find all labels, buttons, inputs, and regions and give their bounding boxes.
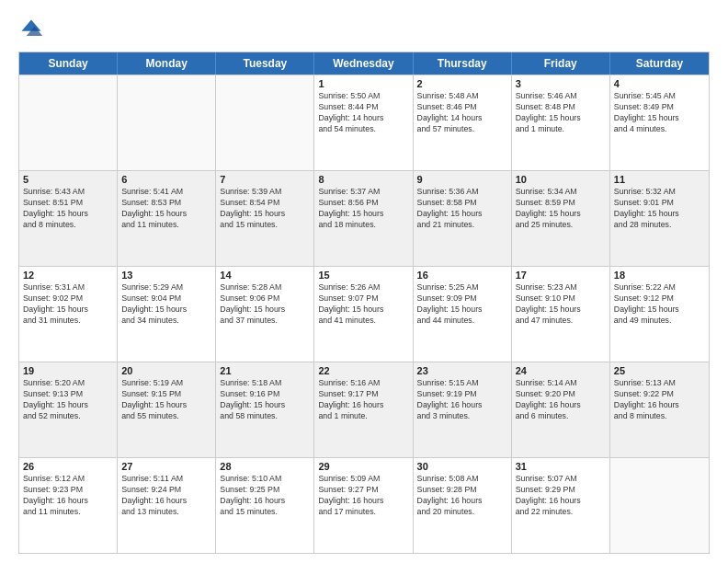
cell-line: and 6 minutes. [516, 411, 606, 422]
calendar-cell: 23Sunrise: 5:15 AMSunset: 9:19 PMDayligh… [414, 362, 512, 457]
cell-line: and 1 minute. [318, 411, 408, 422]
cell-line: and 28 minutes. [614, 220, 705, 231]
calendar-cell: 25Sunrise: 5:13 AMSunset: 9:22 PMDayligh… [610, 362, 709, 457]
cell-line: Daylight: 16 hours [417, 496, 507, 507]
day-number: 10 [516, 174, 606, 185]
day-number: 19 [23, 365, 113, 376]
day-number: 16 [417, 270, 507, 281]
calendar-cell: 10Sunrise: 5:34 AMSunset: 8:59 PMDayligh… [512, 171, 610, 266]
day-number: 27 [121, 461, 211, 472]
cell-line: Daylight: 15 hours [121, 209, 211, 220]
cell-line: Sunset: 8:44 PM [318, 102, 408, 113]
cell-line: Daylight: 15 hours [23, 209, 113, 220]
cell-line: Sunrise: 5:12 AM [23, 474, 113, 485]
day-number: 28 [220, 461, 310, 472]
cell-line: Sunrise: 5:28 AM [220, 282, 310, 293]
cell-line: and 47 minutes. [516, 316, 606, 327]
cell-line: Daylight: 15 hours [614, 209, 705, 220]
cell-line: Sunrise: 5:41 AM [121, 187, 211, 198]
cell-line: Sunrise: 5:43 AM [23, 187, 113, 198]
day-number: 3 [516, 78, 606, 89]
cell-line: Sunset: 9:07 PM [318, 293, 408, 304]
cell-line: and 15 minutes. [220, 507, 310, 518]
cell-line: Sunset: 9:16 PM [220, 389, 310, 400]
cell-line: Daylight: 16 hours [318, 496, 408, 507]
cell-line: Sunset: 8:58 PM [417, 198, 507, 209]
cell-line: Sunrise: 5:50 AM [318, 91, 408, 102]
cell-line: Sunset: 9:22 PM [614, 389, 705, 400]
cell-line: Sunset: 8:53 PM [121, 198, 211, 209]
cell-line: Daylight: 16 hours [417, 400, 507, 411]
cell-line: Sunrise: 5:37 AM [318, 187, 408, 198]
day-number: 21 [220, 365, 310, 376]
cell-line: Sunset: 9:02 PM [23, 293, 113, 304]
cell-line: Daylight: 15 hours [516, 209, 606, 220]
cell-line: and 13 minutes. [121, 507, 211, 518]
cell-line: Daylight: 15 hours [23, 304, 113, 316]
day-number: 13 [121, 270, 211, 281]
cell-line: Daylight: 16 hours [220, 496, 310, 507]
cell-line: and 58 minutes. [220, 411, 310, 422]
day-number: 18 [614, 270, 705, 281]
cell-line: Daylight: 15 hours [318, 209, 408, 220]
calendar-row: 19Sunrise: 5:20 AMSunset: 9:13 PMDayligh… [19, 362, 709, 457]
cell-line: Daylight: 15 hours [516, 113, 606, 124]
cell-line: Sunrise: 5:23 AM [516, 282, 606, 293]
calendar-cell: 12Sunrise: 5:31 AMSunset: 9:02 PMDayligh… [19, 267, 118, 362]
day-number: 14 [220, 270, 310, 281]
cell-line: Sunrise: 5:46 AM [516, 91, 606, 102]
calendar-cell: 19Sunrise: 5:20 AMSunset: 9:13 PMDayligh… [19, 362, 118, 457]
cell-line: Sunrise: 5:22 AM [614, 282, 705, 293]
cell-line: Sunset: 9:24 PM [121, 485, 211, 496]
day-number: 29 [318, 461, 408, 472]
cell-line: Sunset: 9:27 PM [318, 485, 408, 496]
calendar-cell: 1Sunrise: 5:50 AMSunset: 8:44 PMDaylight… [314, 75, 413, 170]
cell-line: Sunrise: 5:10 AM [220, 474, 310, 485]
cell-line: and 8 minutes. [614, 411, 705, 422]
day-number: 7 [220, 174, 310, 185]
cell-line: and 41 minutes. [318, 316, 408, 327]
cell-line: Sunset: 9:12 PM [614, 293, 705, 304]
cell-line: Daylight: 16 hours [121, 496, 211, 507]
calendar-cell: 5Sunrise: 5:43 AMSunset: 8:51 PMDaylight… [19, 171, 118, 266]
day-number: 11 [614, 174, 705, 185]
calendar-cell [610, 458, 709, 553]
day-number: 22 [318, 365, 408, 376]
cell-line: Daylight: 14 hours [417, 113, 507, 124]
cell-line: and 31 minutes. [23, 316, 113, 327]
cell-line: Sunset: 9:01 PM [614, 198, 705, 209]
cell-line: Sunrise: 5:18 AM [220, 378, 310, 389]
day-number: 25 [614, 365, 705, 376]
day-number: 20 [121, 365, 211, 376]
cell-line: Sunrise: 5:39 AM [220, 187, 310, 198]
cell-line: Sunset: 8:48 PM [516, 102, 606, 113]
cell-line: Sunrise: 5:36 AM [417, 187, 507, 198]
calendar-cell: 24Sunrise: 5:14 AMSunset: 9:20 PMDayligh… [512, 362, 610, 457]
cell-line: Sunset: 9:10 PM [516, 293, 606, 304]
day-number: 17 [516, 270, 606, 281]
calendar-row: 26Sunrise: 5:12 AMSunset: 9:23 PMDayligh… [19, 457, 709, 553]
cell-line: Sunrise: 5:16 AM [318, 378, 408, 389]
cell-line: and 1 minute. [516, 124, 606, 135]
calendar-cell: 16Sunrise: 5:25 AMSunset: 9:09 PMDayligh… [414, 267, 512, 362]
cell-line: Daylight: 15 hours [23, 400, 113, 411]
cell-line: Daylight: 16 hours [516, 400, 606, 411]
calendar-cell [216, 75, 314, 170]
cell-line: Daylight: 15 hours [220, 400, 310, 411]
cell-line: Sunset: 9:20 PM [516, 389, 606, 400]
cell-line: and 11 minutes. [23, 507, 113, 518]
cell-line: Sunset: 9:09 PM [417, 293, 507, 304]
cell-line: Daylight: 15 hours [417, 209, 507, 220]
day-number: 9 [417, 174, 507, 185]
cell-line: Daylight: 15 hours [220, 209, 310, 220]
cell-line: Sunset: 9:04 PM [121, 293, 211, 304]
cell-line: and 25 minutes. [516, 220, 606, 231]
cell-line: Daylight: 15 hours [318, 304, 408, 316]
calendar-cell: 27Sunrise: 5:11 AMSunset: 9:24 PMDayligh… [118, 458, 216, 553]
cell-line: Daylight: 16 hours [318, 400, 408, 411]
cell-line: Sunset: 9:25 PM [220, 485, 310, 496]
calendar-cell: 26Sunrise: 5:12 AMSunset: 9:23 PMDayligh… [19, 458, 118, 553]
cell-line: Daylight: 15 hours [417, 304, 507, 316]
cell-line: Sunset: 9:06 PM [220, 293, 310, 304]
cell-line: Sunrise: 5:48 AM [417, 91, 507, 102]
